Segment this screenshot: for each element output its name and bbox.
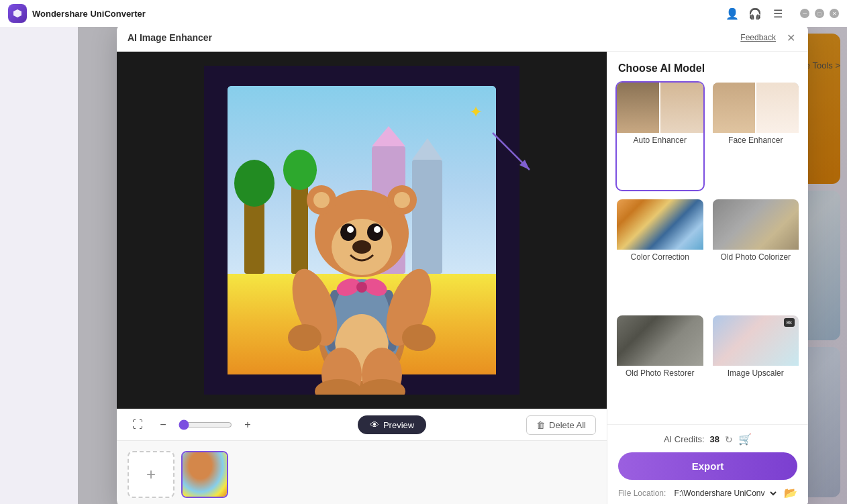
svg-point-7 [283, 150, 317, 190]
app-logo [8, 4, 27, 23]
titlebar: Wondershare UniConverter 👤 🎧 ☰ ─ □ ✕ [0, 0, 847, 27]
image-panel: ✦ ✦ [117, 52, 607, 504]
toolbar-left-group: ⛶ − + [128, 415, 258, 435]
delete-all-button[interactable]: 🗑 Delete All [526, 415, 596, 435]
svg-point-25 [352, 240, 371, 254]
face-enhancer-img [713, 83, 799, 133]
right-panel: Choose AI Model Auto Enhancer [607, 52, 808, 504]
svg-point-28 [288, 324, 321, 351]
eye-icon: 👁 [370, 419, 379, 430]
ai-image-enhancer-modal: AI Image Enhancer Feedback ✕ [117, 24, 808, 504]
minimize-button[interactable]: ─ [800, 9, 809, 18]
export-button[interactable]: Export [618, 452, 797, 480]
model-card-old-photo-colorizer[interactable]: Old Photo Colorizer [711, 198, 801, 308]
titlebar-right: 👤 🎧 ☰ ─ □ ✕ [726, 7, 839, 19]
svg-point-19 [394, 192, 410, 208]
svg-point-17 [313, 192, 330, 208]
credits-row: AI Credits: 38 ↻ 🛒 [618, 433, 797, 446]
svg-point-32 [356, 282, 367, 293]
model-card-face-enhancer[interactable]: Face Enhancer [711, 81, 801, 191]
close-button[interactable]: ✕ [830, 9, 839, 18]
old-photo-colorizer-img [713, 199, 799, 250]
modal-body: ✦ ✦ [117, 52, 808, 504]
model-card-old-photo-restorer[interactable]: Old Photo Restorer [615, 314, 705, 424]
svg-point-29 [402, 324, 436, 351]
auto-enhancer-img [617, 83, 703, 133]
image-canvas: ✦ ✦ [117, 52, 607, 409]
thumbnail-strip: + [117, 440, 607, 504]
model-card-image-upscaler[interactable]: 8k Image Upscaler [711, 314, 801, 424]
image-upscaler-label: Image Upscaler [713, 366, 799, 382]
model-grid: Auto Enhancer Face Enhancer [607, 81, 808, 424]
preview-label: Preview [383, 420, 414, 430]
feedback-link[interactable]: Feedback [740, 33, 776, 42]
titlebar-left: Wondershare UniConverter [8, 4, 146, 23]
logo-icon [12, 8, 23, 19]
model-card-color-correction[interactable]: Color Correction [615, 198, 705, 308]
svg-point-23 [347, 226, 354, 233]
zoom-in-button[interactable]: + [238, 415, 258, 435]
file-location-row: File Location: F:\Wondershare UniConv 📂 [618, 487, 797, 499]
file-location-select[interactable]: F:\Wondershare UniConv [671, 488, 779, 499]
thumbnail-1[interactable] [181, 451, 228, 498]
svg-rect-10 [412, 160, 442, 274]
face-enhancer-label: Face Enhancer [713, 133, 799, 149]
image-upscaler-img: 8k [713, 315, 799, 366]
menu-icon[interactable]: ☰ [772, 7, 784, 19]
modal-header-right: Feedback ✕ [740, 31, 797, 44]
trash-icon: 🗑 [536, 420, 545, 430]
toolbar-center-group: 👁 Preview [358, 415, 426, 434]
modal-close-button[interactable]: ✕ [784, 31, 797, 44]
fit-screen-button[interactable]: ⛶ [128, 415, 148, 435]
sparkle-icon: ✦ [469, 103, 483, 121]
modal-header: AI Image Enhancer Feedback ✕ [117, 24, 808, 52]
auto-enhancer-label: Auto Enhancer [617, 133, 703, 149]
add-image-button[interactable]: + [128, 451, 175, 498]
toolbar-right-group: 🗑 Delete All [526, 415, 596, 435]
delete-all-label: Delete All [549, 420, 586, 430]
credits-value: 38 [710, 434, 719, 444]
folder-icon[interactable]: 📂 [784, 487, 797, 499]
color-correction-img [617, 199, 703, 250]
color-correction-label: Color Correction [617, 250, 703, 266]
zoom-slider[interactable] [179, 419, 232, 430]
old-photo-colorizer-label: Old Photo Colorizer [713, 250, 799, 266]
zoom-out-button[interactable]: − [153, 415, 173, 435]
maximize-button[interactable]: □ [815, 9, 824, 18]
arrow-svg [486, 126, 540, 180]
modal-overlay: AI Image Enhancer Feedback ✕ [78, 24, 847, 504]
thumbnail-image-1 [183, 452, 227, 497]
app-title: Wondershare UniConverter [32, 9, 146, 19]
file-location-label: File Location: [618, 489, 666, 498]
image-toolbar: ⛶ − + 👁 Preview 🗑 Dele [117, 409, 607, 440]
choose-model-title: Choose AI Model [607, 52, 808, 81]
credits-label: AI Credits: [664, 434, 705, 444]
window-controls: ─ □ ✕ [800, 9, 839, 18]
old-photo-restorer-label: Old Photo Restorer [617, 366, 703, 382]
user-icon[interactable]: 👤 [726, 7, 738, 19]
svg-point-24 [374, 226, 381, 233]
panel-footer: AI Credits: 38 ↻ 🛒 Export File Location:… [607, 424, 808, 504]
old-photo-restorer-img [617, 315, 703, 366]
modal-title: AI Image Enhancer [128, 32, 212, 43]
preview-button[interactable]: 👁 Preview [358, 415, 426, 434]
cart-icon[interactable]: 🛒 [738, 433, 752, 446]
refresh-icon[interactable]: ↻ [725, 434, 733, 445]
svg-point-5 [234, 160, 275, 207]
headphone-icon[interactable]: 🎧 [749, 7, 761, 19]
model-card-auto-enhancer[interactable]: Auto Enhancer [615, 81, 705, 191]
